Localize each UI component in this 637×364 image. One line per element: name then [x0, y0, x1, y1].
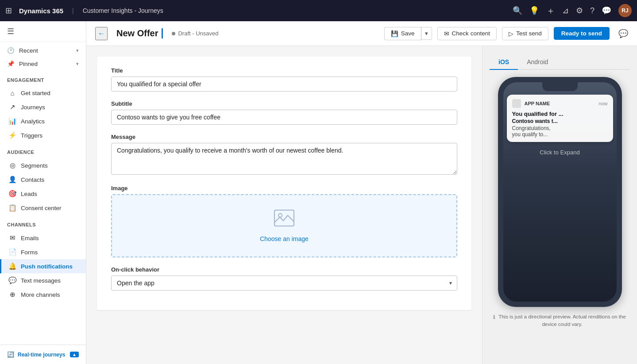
notif-app-name: APP NAME — [525, 101, 595, 106]
sidebar-item-get-started[interactable]: ⌂ Get started — [0, 86, 86, 100]
sidebar-item-emails[interactable]: ✉ Emails — [0, 231, 86, 245]
engagement-section: ⌂ Get started ↗ Journeys 📊 Analytics ⚡ T… — [0, 84, 86, 144]
svg-point-1 — [278, 214, 282, 217]
message-label: Message — [111, 134, 457, 140]
sms-icon: 💬 — [8, 276, 16, 284]
main-layout: ☰ 🕐 Recent ▾ 📌 Pinned ▾ Engagement ⌂ Get… — [0, 21, 637, 364]
sidebar-item-analytics[interactable]: 📊 Analytics — [0, 114, 86, 128]
chat-icon[interactable]: 💬 — [602, 6, 611, 15]
analytics-icon: 📊 — [8, 117, 16, 125]
check-content-button[interactable]: ✉ Check content — [437, 27, 497, 40]
sidebar-bottom: 🔄 Real-time journeys ▲ — [0, 345, 86, 364]
lightbulb-icon[interactable]: 💡 — [529, 6, 539, 15]
on-click-select-wrapper: Open the app Open a URL No action ▾ — [111, 276, 457, 291]
consent-icon: 📋 — [8, 204, 16, 212]
settings-icon[interactable]: ⚙ — [576, 6, 583, 15]
sidebar-item-more-channels[interactable]: ⊕ More channels — [0, 287, 86, 302]
on-click-label: On-click behavior — [111, 266, 457, 273]
engagement-label: Engagement — [0, 72, 86, 84]
subtitle-label: Subtitle — [111, 100, 457, 107]
draft-status: Draft - Unsaved — [172, 30, 218, 37]
on-click-select[interactable]: Open the app Open a URL No action — [111, 276, 457, 291]
notif-app-icon — [512, 99, 521, 108]
page-header: ← New Offer Draft - Unsaved 💾 Save ▾ ✉ C… — [86, 21, 637, 46]
title-input[interactable] — [111, 77, 457, 92]
triggers-icon: ⚡ — [8, 131, 16, 139]
sidebar-top: ☰ — [0, 21, 86, 42]
search-icon[interactable]: 🔍 — [513, 6, 522, 15]
form-preview-layout: Title Subtitle Message Congratulations, … — [86, 46, 637, 364]
on-click-field: On-click behavior Open the app Open a UR… — [111, 266, 457, 291]
tab-ios[interactable]: iOS — [490, 55, 518, 70]
sidebar-item-contacts[interactable]: 👤 Contacts — [0, 172, 86, 187]
sidebar-toggle[interactable]: ☰ — [5, 25, 81, 38]
phone-notch — [542, 82, 578, 91]
subtitle-input[interactable] — [111, 110, 457, 125]
app-title: Dynamics 365 — [19, 7, 63, 15]
title-label: Title — [111, 67, 457, 74]
leads-icon: 🎯 — [8, 190, 16, 198]
notif-body: Congratulations, you qualify to... — [512, 125, 608, 138]
sidebar-item-pinned[interactable]: 📌 Pinned ▾ — [0, 57, 86, 70]
phone-screen: APP NAME now You qualified for ... Conto… — [503, 82, 617, 302]
save-dropdown: 💾 Save ▾ — [384, 27, 432, 40]
sidebar-item-journeys[interactable]: ↗ Journeys — [0, 100, 86, 114]
comments-icon[interactable]: 💬 — [618, 29, 628, 38]
save-button[interactable]: 💾 Save — [384, 27, 421, 40]
journeys-icon: ↗ — [8, 103, 16, 111]
form-panel: Title Subtitle Message Congratulations, … — [86, 46, 482, 364]
notif-title: You qualified for ... — [512, 111, 608, 117]
channels-label: Channels — [0, 217, 86, 229]
ready-to-send-button[interactable]: Ready to send — [554, 27, 610, 40]
sidebar-item-triggers[interactable]: ⚡ Triggers — [0, 128, 86, 142]
image-label: Image — [111, 185, 457, 192]
realtime-icon: 🔄 — [7, 351, 14, 358]
segments-icon: ◎ — [8, 161, 16, 169]
filter-icon[interactable]: ⊿ — [562, 6, 569, 15]
sidebar-item-text-messages[interactable]: 💬 Text messages — [0, 273, 86, 287]
back-button[interactable]: ← — [95, 27, 108, 40]
plus-icon[interactable]: ＋ — [546, 5, 555, 17]
title-field: Title — [111, 67, 457, 92]
email-icon: ✉ — [8, 234, 16, 242]
topbar-icons: 🔍 💡 ＋ ⊿ ⚙ ? 💬 RJ — [513, 4, 632, 17]
sidebar-bottom-realtime[interactable]: 🔄 Real-time journeys ▲ — [5, 349, 81, 360]
help-icon[interactable]: ? — [590, 6, 595, 15]
info-icon: ℹ — [493, 314, 495, 321]
image-field: Image Choose an image — [111, 185, 457, 257]
phone-mockup: APP NAME now You qualified for ... Conto… — [498, 77, 622, 307]
sidebar-item-consent[interactable]: 📋 Consent center — [0, 201, 86, 215]
form-card: Title Subtitle Message Congratulations, … — [97, 57, 471, 310]
sidebar-item-recent[interactable]: 🕐 Recent ▾ — [0, 44, 86, 57]
test-send-button[interactable]: ▷ Test send — [502, 27, 548, 40]
image-placeholder-icon — [274, 209, 295, 231]
sidebar-item-forms[interactable]: 📄 Forms — [0, 245, 86, 259]
audience-label: Audience — [0, 144, 86, 157]
message-textarea[interactable]: Congratulations, you qualify to receive … — [111, 143, 457, 175]
pin-icon: 📌 — [7, 60, 15, 67]
sidebar-item-push-notifications[interactable]: 🔔 Push notifications — [0, 259, 86, 273]
click-expand-label: Click to Expand — [503, 149, 617, 156]
app-subtitle: Customer Insights - Journeys — [83, 7, 163, 14]
tab-android[interactable]: Android — [518, 55, 557, 70]
test-send-icon: ▷ — [509, 30, 513, 37]
avatar[interactable]: RJ — [618, 4, 632, 17]
notif-subtitle: Contoso wants t... — [512, 118, 608, 124]
forms-icon: 📄 — [8, 248, 16, 256]
more-icon: ⊕ — [8, 291, 16, 299]
sidebar-item-leads[interactable]: 🎯 Leads — [0, 187, 86, 201]
sidebar: ☰ 🕐 Recent ▾ 📌 Pinned ▾ Engagement ⌂ Get… — [0, 21, 86, 364]
choose-image-link[interactable]: Choose an image — [260, 235, 309, 242]
save-dropdown-arrow[interactable]: ▾ — [421, 27, 432, 40]
image-upload-area[interactable]: Choose an image — [111, 194, 457, 257]
home-icon: ⌂ — [8, 89, 16, 97]
check-icon: ✉ — [444, 30, 449, 37]
subtitle-field: Subtitle — [111, 100, 457, 125]
contacts-icon: 👤 — [8, 176, 16, 184]
preview-note: ℹ This is just a directional preview. Ac… — [490, 313, 630, 329]
sidebar-item-segments[interactable]: ◎ Segments — [0, 158, 86, 172]
preview-tabs: iOS Android — [490, 55, 630, 70]
content-area: ← New Offer Draft - Unsaved 💾 Save ▾ ✉ C… — [86, 21, 637, 364]
preview-panel: iOS Android APP NAME now You qualified f… — [482, 46, 637, 364]
grid-icon[interactable]: ⊞ — [5, 6, 12, 15]
